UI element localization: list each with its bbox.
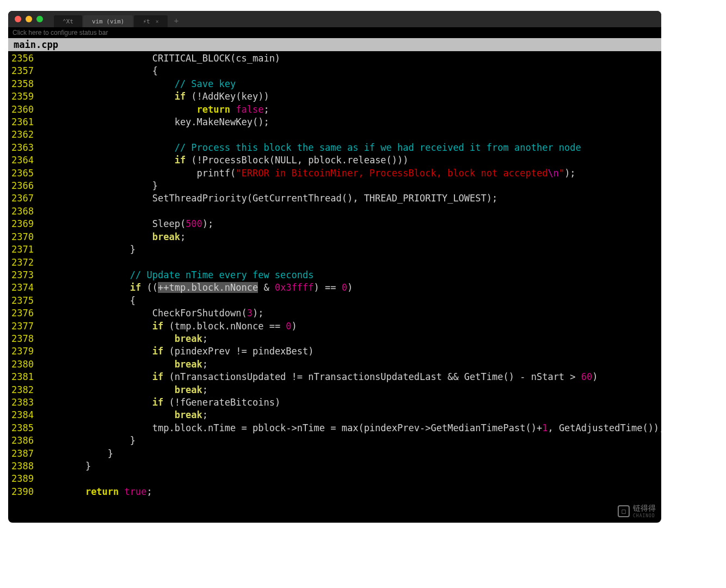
code-content: if (!ProcessBlock(NULL, pblock.release()… — [41, 154, 409, 167]
line-number: 2365 — [8, 167, 41, 180]
code-line[interactable]: 2389 — [8, 473, 661, 485]
code-line[interactable]: 2386 } — [8, 434, 661, 447]
code-line[interactable]: 2357 { — [8, 65, 661, 77]
line-number: 2381 — [8, 371, 41, 383]
line-number: 2386 — [8, 434, 41, 447]
terminal-tabs: ⌃Xt vim (vim) ⚡t× + — [54, 11, 184, 27]
code-content: if ((++tmp.block.nNonce & 0x3ffff) == 0) — [41, 281, 353, 294]
code-line[interactable]: 2360 return false; — [8, 103, 661, 116]
add-tab-button[interactable]: + — [169, 14, 184, 27]
file-tab-filler — [64, 38, 661, 51]
code-line[interactable]: 2361 key.MakeNewKey(); — [8, 116, 661, 128]
file-tab-bar: main.cpp — [8, 38, 661, 51]
window-controls — [15, 16, 43, 22]
watermark: □ 链得得 CHAINOD — [618, 504, 656, 518]
close-tab-icon[interactable]: × — [156, 19, 159, 24]
code-line[interactable]: 2362 — [8, 128, 661, 141]
code-content: SetThreadPriority(GetCurrentThread(), TH… — [41, 192, 497, 205]
statusbar-hint[interactable]: Click here to configure status bar — [8, 27, 661, 38]
code-line[interactable]: 2376 CheckForShutdown(3); — [8, 307, 661, 320]
code-line[interactable]: 2378 break; — [8, 333, 661, 345]
line-number: 2378 — [8, 333, 41, 345]
line-number: 2360 — [8, 103, 41, 116]
line-number: 2387 — [8, 448, 41, 460]
line-number: 2379 — [8, 345, 41, 358]
code-line[interactable]: 2372 — [8, 256, 661, 269]
code-content: Sleep(500); — [41, 218, 213, 230]
line-number: 2358 — [8, 78, 41, 90]
code-content: } — [41, 434, 136, 447]
line-number: 2385 — [8, 422, 41, 434]
code-line[interactable]: 2370 break; — [8, 231, 661, 243]
code-content: break; — [41, 231, 186, 243]
minimize-icon[interactable] — [26, 16, 32, 22]
tab-label: vim (vim) — [92, 18, 125, 25]
code-content: { — [41, 65, 158, 77]
code-line[interactable]: 2368 — [8, 205, 661, 218]
code-content: } — [41, 180, 158, 192]
code-line[interactable]: 2359 if (!AddKey(key)) — [8, 90, 661, 103]
code-content: return false; — [41, 103, 269, 116]
code-editor[interactable]: 2356 CRITICAL_BLOCK(cs_main)2357 {2358 /… — [8, 51, 661, 499]
watermark-icon: □ — [618, 505, 630, 517]
terminal-tab-1[interactable]: vim (vim) — [83, 15, 133, 27]
code-line[interactable]: 2366 } — [8, 180, 661, 192]
line-number: 2369 — [8, 218, 41, 230]
zoom-icon[interactable] — [36, 16, 43, 22]
line-number: 2390 — [8, 486, 41, 498]
code-line[interactable]: 2369 Sleep(500); — [8, 218, 661, 230]
code-line[interactable]: 2385 tmp.block.nTime = pblock->nTime = m… — [8, 422, 661, 434]
code-content: // Process this block the same as if we … — [41, 142, 581, 154]
code-content: break; — [41, 333, 208, 345]
code-line[interactable]: 2371 } — [8, 243, 661, 256]
code-line[interactable]: 2380 break; — [8, 358, 661, 371]
code-content: CRITICAL_BLOCK(cs_main) — [41, 52, 280, 65]
code-line[interactable]: 2384 break; — [8, 409, 661, 421]
code-line[interactable]: 2387 } — [8, 448, 661, 460]
code-line[interactable]: 2365 printf("ERROR in BitcoinMiner, Proc… — [8, 167, 661, 180]
code-content: if (nTransactionsUpdated != nTransaction… — [41, 371, 598, 383]
code-content: if (tmp.block.nNonce == 0) — [41, 320, 297, 333]
line-number: 2356 — [8, 52, 41, 65]
code-content: return true; — [41, 486, 152, 498]
code-line[interactable]: 2375 { — [8, 295, 661, 307]
code-line[interactable]: 2382 break; — [8, 384, 661, 396]
code-line[interactable]: 2356 CRITICAL_BLOCK(cs_main) — [8, 52, 661, 65]
line-number: 2364 — [8, 154, 41, 167]
code-line[interactable]: 2364 if (!ProcessBlock(NULL, pblock.rele… — [8, 154, 661, 167]
code-content: break; — [41, 384, 208, 396]
line-number: 2374 — [8, 281, 41, 294]
line-number: 2372 — [8, 256, 41, 269]
terminal-window: ⌃Xt vim (vim) ⚡t× + Click here to config… — [8, 11, 661, 523]
code-content: { — [41, 295, 136, 307]
code-line[interactable]: 2377 if (tmp.block.nNonce == 0) — [8, 320, 661, 333]
code-content: if (!fGenerateBitcoins) — [41, 396, 280, 409]
line-number: 2359 — [8, 90, 41, 103]
code-content: // Save key — [41, 78, 236, 90]
code-content: CheckForShutdown(3); — [41, 307, 263, 320]
code-line[interactable]: 2374 if ((++tmp.block.nNonce & 0x3ffff) … — [8, 281, 661, 294]
code-line[interactable]: 2358 // Save key — [8, 78, 661, 90]
code-line[interactable]: 2379 if (pindexPrev != pindexBest) — [8, 345, 661, 358]
code-content: } — [41, 243, 136, 256]
close-icon[interactable] — [15, 16, 21, 22]
code-content: } — [41, 448, 113, 460]
code-line[interactable]: 2381 if (nTransactionsUpdated != nTransa… — [8, 371, 661, 383]
line-number: 2371 — [8, 243, 41, 256]
code-line[interactable]: 2383 if (!fGenerateBitcoins) — [8, 396, 661, 409]
tab-label: ⌃Xt — [63, 18, 73, 25]
titlebar: ⌃Xt vim (vim) ⚡t× + — [8, 11, 661, 27]
code-line[interactable]: 2388 } — [8, 460, 661, 473]
code-line[interactable]: 2363 // Process this block the same as i… — [8, 142, 661, 154]
terminal-tab-0[interactable]: ⌃Xt — [54, 15, 82, 27]
code-line[interactable]: 2390 return true; — [8, 486, 661, 498]
code-content: printf("ERROR in BitcoinMiner, ProcessBl… — [41, 167, 576, 180]
line-number: 2382 — [8, 384, 41, 396]
file-tab-active[interactable]: main.cpp — [8, 38, 64, 51]
code-line[interactable]: 2367 SetThreadPriority(GetCurrentThread(… — [8, 192, 661, 205]
code-content: break; — [41, 358, 208, 371]
code-line[interactable]: 2373 // Update nTime every few seconds — [8, 269, 661, 281]
line-number: 2368 — [8, 205, 41, 218]
terminal-tab-2[interactable]: ⚡t× — [134, 15, 167, 27]
line-number: 2380 — [8, 358, 41, 371]
